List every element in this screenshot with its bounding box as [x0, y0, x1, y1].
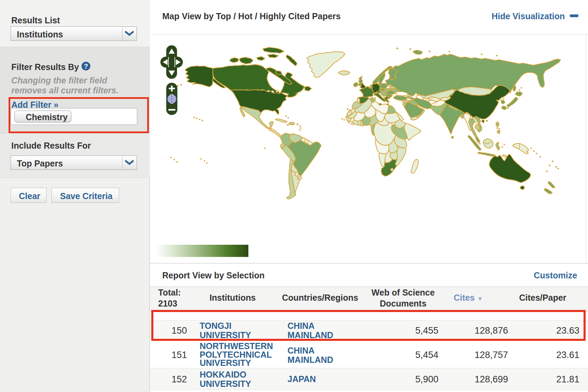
svg-text:?: ? — [84, 62, 88, 70]
